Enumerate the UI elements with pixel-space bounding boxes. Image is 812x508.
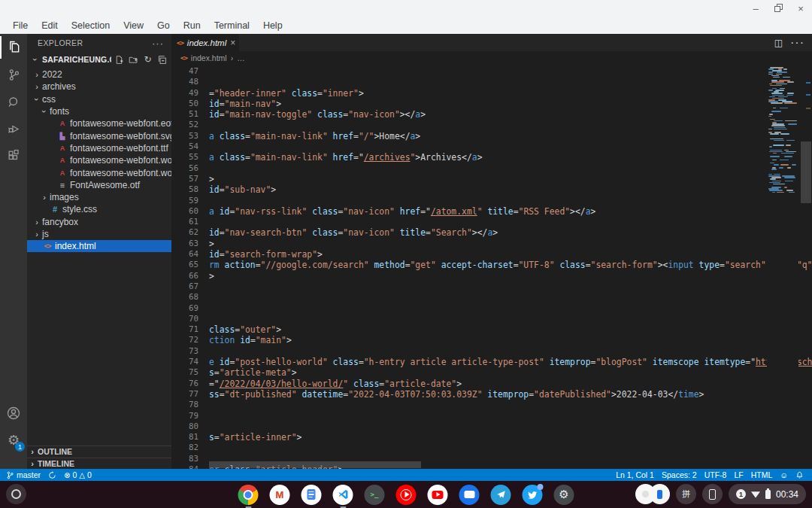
phone-hub-icon[interactable] [702,484,723,504]
tree-item-fontawesome-webfont-eot[interactable]: Afontawesome-webfont.eot [27,117,171,129]
vertical-scrollbar[interactable] [800,64,812,469]
code-line[interactable]: 52 [171,120,812,130]
run-debug-icon[interactable] [0,115,27,142]
breadcrumb[interactable]: <> index.html › … [171,51,812,64]
menu-item-selection[interactable]: Selection [65,19,117,32]
code-line[interactable]: 56 [171,163,812,174]
code-line[interactable]: 62id="nav-search-btn" class="nav-icon" t… [171,227,812,238]
search-icon[interactable] [0,88,27,115]
code-line[interactable]: 73 [171,346,812,357]
shelf-app-settings[interactable]: ⚙ [554,485,574,505]
menu-item-go[interactable]: Go [150,19,177,32]
tree-item-fonts[interactable]: ›fonts [27,105,171,117]
shelf-app-vscode[interactable] [333,485,353,505]
tree-item-style-css[interactable]: #style.css [27,203,171,215]
editor-more-icon[interactable]: ··· [790,36,804,50]
code-line[interactable]: 60a id="nav-rss-link" class="nav-icon" h… [171,206,812,217]
source-control-icon[interactable] [0,61,27,88]
shelf-app-telegram[interactable] [491,485,511,505]
code-line[interactable]: 69 [171,303,812,314]
tree-item-fancybox[interactable]: ›fancybox [27,216,171,228]
breadcrumb-file[interactable]: index.html [191,53,227,62]
sidebar-section-outline[interactable]: ›OUTLINE [27,446,171,458]
minimize-icon[interactable]: – [750,3,761,14]
tree-item-fontawesome-webfont-svg[interactable]: ▙fontawesome-webfont.svg [27,129,171,141]
code-line[interactable]: 63> [171,239,812,249]
branch-indicator[interactable]: master [0,469,44,481]
ime-indicator[interactable]: 拼 [676,484,696,504]
collapse-all-icon[interactable] [156,53,168,66]
code-line[interactable]: 55a class="main-nav-link" href="/archive… [171,152,812,163]
code-line[interactable]: 65rm action="//google.com/search" method… [171,260,812,270]
code-line[interactable]: 61 [171,217,812,227]
code-line[interactable]: 48 [171,77,812,87]
code-line[interactable]: 51id="main-nav-toggle" class="nav-icon">… [171,109,812,120]
tree-item-fontawesome-webfont-woff[interactable]: Afontawesome-webfont.woff [27,154,171,166]
code-line[interactable]: 49="header-inner" class="inner"> [171,88,812,99]
tab-index-html[interactable]: <> index.html × [171,34,239,51]
code-line[interactable]: 71class="outer"> [171,324,812,335]
new-folder-icon[interactable] [127,53,140,66]
tree-item-archives[interactable]: ›archives [27,81,171,93]
refresh-icon[interactable]: ↻ [141,53,154,66]
encoding[interactable]: UTF-8 [701,470,731,479]
minimap[interactable] [767,64,798,469]
tree-item-2022[interactable]: ›2022 [27,68,171,81]
code-line[interactable]: 76="/2022/04/03/hello-world/" class="art… [171,379,812,389]
code-line[interactable]: 72ction id="main"> [171,335,812,345]
language-mode[interactable]: HTML [747,470,777,479]
menu-item-run[interactable]: Run [177,19,208,32]
shelf-app-docs[interactable] [301,485,322,505]
menu-item-edit[interactable]: Edit [35,19,65,32]
split-editor-icon[interactable]: ◫ [774,38,783,48]
shelf-app-chrome[interactable] [238,485,259,505]
menu-item-help[interactable]: Help [256,19,289,32]
code-line[interactable]: 58id="sub-nav"> [171,184,812,195]
menu-item-view[interactable]: View [117,19,150,32]
sync-button[interactable] [44,469,60,481]
menu-item-terminal[interactable]: Terminal [208,19,256,32]
system-tray[interactable]: 1 00:34 [729,484,806,504]
code-line[interactable]: 47 [171,66,812,77]
vertical-scrollbar-thumb[interactable] [801,141,811,203]
code-line[interactable]: 67 [171,281,812,292]
code-line[interactable]: 57> [171,174,812,184]
code-line[interactable]: 59 [171,196,812,206]
shelf-app-youtube-music[interactable] [396,485,417,505]
code-line[interactable]: 74e id="post-hello-world" class="h-entry… [171,357,812,367]
launcher-button[interactable] [6,484,26,504]
menu-item-file[interactable]: File [6,19,35,32]
shelf-app-twitter[interactable] [523,485,543,505]
project-root-row[interactable]: › SAFARICHEUNG.GITHUB.IO ↻ [27,52,171,67]
tree-item-images[interactable]: ›images [27,191,171,203]
code-line[interactable]: 80 [171,421,812,432]
problems-indicator[interactable]: ⊗ 0 △ 0 [60,469,95,481]
code-editor[interactable]: 474849="header-inner" class="inner">50id… [171,64,812,469]
code-line[interactable]: 75s="article-meta"> [171,367,812,378]
tree-item-css[interactable]: ›css [27,93,171,105]
feedback-icon[interactable]: ☺ [776,470,792,479]
code-line[interactable]: 70 [171,314,812,324]
explorer-icon[interactable] [0,34,27,61]
shelf-app-terminal[interactable]: >_ [365,485,385,505]
extensions-icon[interactable] [0,142,27,169]
close-icon[interactable]: × [795,3,806,14]
tab-close-icon[interactable]: × [230,38,235,48]
tree-item-fontawesome-webfont-ttf[interactable]: Afontawesome-webfont.ttf [27,142,171,154]
code-line[interactable]: 64id="search-form-wrap"> [171,249,812,260]
code-line[interactable]: 66> [171,271,812,281]
settings-gear-icon[interactable]: ⚙1 [0,427,27,454]
shelf-app-youtube[interactable] [428,485,448,505]
shelf-app-gmail[interactable]: M [270,485,290,505]
screen-capture-pill[interactable] [635,484,670,504]
code-line[interactable]: 50id="main-nav"> [171,99,812,109]
code-line[interactable]: 82 [171,443,812,453]
shelf-app-messages[interactable] [459,485,480,505]
code-line[interactable]: 77ss="dt-published" datetime="2022-04-03… [171,389,812,400]
code-line[interactable]: 53a class="main-nav-link" href="/">Home<… [171,131,812,141]
account-icon[interactable] [0,400,27,427]
sidebar-more-icon[interactable]: ··· [152,38,164,49]
cursor-position[interactable]: Ln 1, Col 1 [612,470,658,479]
code-line[interactable]: 78 [171,400,812,410]
eol-sequence[interactable]: LF [730,470,747,479]
